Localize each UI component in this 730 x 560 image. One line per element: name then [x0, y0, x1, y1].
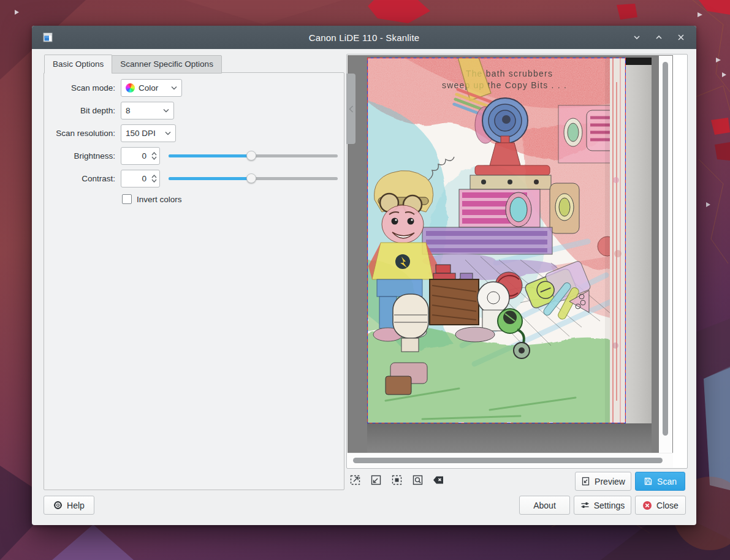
chevron-down-icon: [163, 108, 169, 113]
chevron-up-icon: [655, 33, 663, 42]
invert-colors-row: Invert colors: [122, 194, 182, 204]
contrast-slider-handle[interactable]: [246, 173, 256, 183]
close-button-label: Close: [656, 501, 679, 510]
help-button-label: Help: [67, 501, 85, 510]
desktop: { "window": { "title": "Canon LiDE 110 -…: [0, 0, 730, 560]
contrast-slider-fill: [169, 177, 251, 180]
chevron-down-icon: [171, 86, 177, 90]
horizontal-scrollbar[interactable]: [348, 453, 673, 467]
scan-mode-label: Scan mode:: [44, 83, 115, 93]
zoom-to-fit-button[interactable]: [411, 473, 425, 487]
settings-sliders-icon: [580, 501, 590, 510]
zoom-out-icon: [370, 474, 382, 486]
vertical-scrollbar-thumb[interactable]: [663, 62, 668, 436]
horizontal-scrollbar-thumb[interactable]: [353, 458, 663, 463]
spin-up-icon[interactable]: [151, 175, 157, 178]
preview-zoom-toolbar: [348, 473, 446, 487]
preview-icon: [581, 477, 590, 486]
spin-down-icon[interactable]: [151, 156, 157, 160]
scan-page-edge: [626, 58, 652, 423]
zoom-to-selection-button[interactable]: [390, 473, 404, 487]
zoom-to-fit-icon: [412, 474, 424, 486]
preview-button-label: Preview: [595, 477, 625, 486]
brightness-row: Brightness: 0: [44, 147, 338, 165]
titlebar[interactable]: Canon LiDE 110 - Skanlite: [32, 26, 696, 49]
invert-colors-label: Invert colors: [137, 195, 182, 204]
contrast-spinbox[interactable]: 0: [121, 170, 160, 187]
bit-depth-value: 8: [126, 106, 131, 115]
scan-mode-select[interactable]: Color: [121, 79, 182, 97]
chevron-down-icon: [165, 131, 171, 135]
close-window-button[interactable]: [674, 31, 688, 44]
brightness-slider[interactable]: [169, 147, 338, 165]
zoom-in-button[interactable]: [348, 473, 362, 487]
splitter-collapse-handle[interactable]: [346, 74, 355, 144]
scan-resolution-row: Scan resolution: 150 DPI: [44, 124, 176, 142]
scan-mode-row: Scan mode: Color: [44, 79, 182, 97]
close-circle-icon: [642, 501, 652, 510]
vertical-scrollbar[interactable]: [659, 56, 672, 454]
brightness-slider-fill: [169, 154, 251, 157]
scan-resolution-value: 150 DPI: [126, 129, 156, 138]
tab-scanner-specific-options[interactable]: Scanner Specific Options: [112, 55, 222, 74]
chevron-down-icon: [633, 33, 641, 42]
tab-basic-options[interactable]: Basic Options: [44, 55, 112, 74]
settings-button[interactable]: Settings: [574, 496, 631, 515]
brightness-label: Brightness:: [44, 151, 115, 161]
basic-options-panel: Scan mode: Color Bit depth: 8 Scan resol…: [44, 72, 344, 490]
contrast-value: 0: [121, 174, 148, 183]
app-icon: [43, 32, 53, 42]
color-wheel-icon: [126, 83, 135, 93]
skanlite-window: Canon LiDE 110 - Skanlite Basic Options …: [32, 26, 696, 525]
chevron-left-icon: [349, 105, 354, 113]
preview-button[interactable]: Preview: [575, 472, 631, 491]
help-button[interactable]: Help: [44, 496, 94, 515]
brightness-spinbox[interactable]: 0: [121, 147, 160, 165]
zoom-out-button[interactable]: [369, 473, 383, 487]
spin-down-icon[interactable]: [151, 179, 157, 183]
about-button-label: About: [533, 501, 556, 510]
contrast-slider[interactable]: [169, 170, 338, 187]
save-floppy-icon: [644, 477, 653, 486]
scan-button-label: Scan: [657, 477, 677, 486]
scan-caption-line2: sweep up the Copy Bits . . .: [442, 80, 567, 90]
minimize-button[interactable]: [630, 31, 644, 44]
settings-button-label: Settings: [594, 501, 625, 510]
scan-background: [367, 423, 652, 454]
help-lifebuoy-icon: [53, 501, 63, 510]
scan-resolution-label: Scan resolution:: [44, 129, 115, 138]
scanned-preview-image: The bath scrubbers sweep up the Copy Bit…: [367, 58, 652, 454]
close-x-icon: [677, 33, 685, 42]
contrast-row: Contrast: 0: [44, 170, 338, 187]
zoom-in-icon: [349, 474, 361, 486]
bit-depth-select[interactable]: 8: [121, 102, 174, 119]
clear-selections-button[interactable]: [432, 473, 446, 487]
scan-mode-value: Color: [139, 83, 158, 93]
bit-depth-row: Bit depth: 8: [44, 102, 174, 119]
preview-frame: The bath scrubbers sweep up the Copy Bit…: [346, 54, 688, 469]
preview-canvas[interactable]: The bath scrubbers sweep up the Copy Bit…: [348, 55, 673, 454]
scan-resolution-select[interactable]: 150 DPI: [121, 124, 176, 142]
close-button[interactable]: Close: [635, 496, 686, 515]
invert-colors-checkbox[interactable]: [122, 194, 132, 204]
maximize-button[interactable]: [652, 31, 666, 44]
brightness-slider-handle[interactable]: [246, 151, 256, 161]
clear-selections-icon: [432, 474, 445, 486]
coloring-page-artwork: The bath scrubbers sweep up the Copy Bit…: [367, 58, 626, 423]
options-tabbar: Basic Options Scanner Specific Options: [44, 56, 222, 74]
bit-depth-label: Bit depth:: [44, 106, 115, 115]
window-title: Canon LiDE 110 - Skanlite: [32, 32, 696, 43]
contrast-label: Contrast:: [44, 174, 115, 183]
spin-up-icon[interactable]: [151, 152, 157, 156]
zoom-to-selection-icon: [391, 474, 403, 486]
scan-button[interactable]: Scan: [635, 472, 685, 491]
about-button[interactable]: About: [519, 496, 570, 515]
brightness-value: 0: [121, 151, 148, 161]
